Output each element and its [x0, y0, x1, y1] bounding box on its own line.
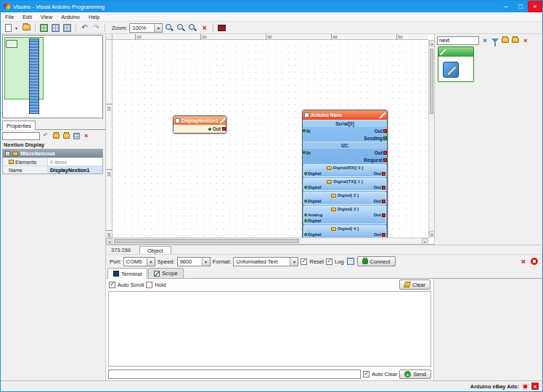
zoom-in-icon[interactable]: [165, 23, 174, 33]
block-tools-icon[interactable]: [220, 118, 226, 123]
channel-output-pin[interactable]: Out: [374, 213, 385, 217]
block-tools-icon[interactable]: [380, 113, 385, 118]
props-categories-icon[interactable]: [52, 131, 60, 140]
collapse-icon[interactable]: -: [5, 151, 10, 156]
vertical-scrollbar[interactable]: ▴ ▾: [428, 40, 434, 237]
search-result-display-nextion[interactable]: [438, 46, 474, 82]
serial-sending-pin[interactable]: Sending: [364, 136, 387, 141]
send-button[interactable]: ▸ Send: [399, 369, 431, 379]
scroll-left-icon[interactable]: ◂: [106, 238, 113, 245]
props-expand-icon[interactable]: ↶: [41, 131, 50, 140]
reset-checkbox[interactable]: ✓: [301, 258, 307, 265]
auto-scroll-checkbox[interactable]: ✓: [109, 282, 115, 288]
panel-close-icon[interactable]: ×: [521, 36, 530, 45]
auto-clear-checkbox[interactable]: ✓: [363, 371, 370, 377]
overview-thumbnail[interactable]: [2, 35, 103, 118]
channel-output-pin[interactable]: Out: [374, 171, 385, 176]
view-log-icon[interactable]: [346, 257, 355, 266]
channel-input-pin[interactable]: Digital: [304, 232, 321, 237]
dropdown-arrow-icon[interactable]: ▾: [147, 258, 155, 266]
expand-categories-icon[interactable]: [501, 36, 510, 45]
channel-output-pin[interactable]: Out: [374, 185, 385, 189]
format-select[interactable]: Unformatted Text ▾: [233, 257, 298, 266]
filter-icon[interactable]: [491, 36, 499, 45]
i2c-in-pin[interactable]: In: [303, 150, 311, 155]
scrollbar-thumb[interactable]: [114, 239, 299, 243]
out-pin-connector-icon[interactable]: [222, 127, 226, 131]
tab-properties[interactable]: Properties: [2, 121, 36, 130]
clear-button[interactable]: Clear: [399, 279, 430, 290]
property-value[interactable]: 0 Items: [48, 158, 102, 166]
tab-terminal[interactable]: Terminal: [107, 268, 147, 279]
new-project-icon[interactable]: [4, 23, 13, 33]
speed-select[interactable]: 9600 ▾: [177, 257, 211, 266]
channel-input-pin[interactable]: Digital: [304, 199, 321, 203]
zoom-select[interactable]: 100% ▾: [129, 23, 163, 33]
menu-arduino[interactable]: Arduino: [57, 14, 84, 20]
scroll-right-icon[interactable]: ▸: [422, 238, 428, 245]
redo-icon[interactable]: ↷: [91, 23, 101, 33]
view-components-icon[interactable]: [51, 23, 60, 33]
close-button[interactable]: ×: [528, 1, 542, 12]
property-value[interactable]: DisplayNextion1: [48, 166, 102, 173]
arduino-nano-block[interactable]: Arduino Nano Serial[0] In Out Sending I2…: [302, 110, 388, 237]
channel-output-pin[interactable]: Out: [374, 199, 385, 203]
open-project-icon[interactable]: [22, 23, 31, 33]
menu-view[interactable]: View: [36, 14, 57, 20]
component-search-input[interactable]: [437, 36, 479, 45]
menu-file[interactable]: File: [1, 14, 18, 20]
ads-close-icon[interactable]: ×: [531, 383, 539, 390]
scrollbar-thumb[interactable]: [430, 49, 433, 114]
log-checkbox[interactable]: ✓: [326, 258, 332, 265]
digital-channel-0[interactable]: Digital(RX)[ 0 ] Digital Out: [303, 164, 386, 177]
props-sort-icon[interactable]: [62, 131, 70, 140]
channel-input-pin[interactable]: Digital: [304, 171, 321, 176]
channel-analog-pin[interactable]: Analog: [304, 213, 322, 217]
hold-checkbox[interactable]: [146, 282, 152, 288]
property-filter-input[interactable]: [2, 132, 40, 140]
channel-input-pin[interactable]: Digital: [304, 185, 321, 189]
connect-button[interactable]: Connect: [357, 256, 396, 266]
menu-edit[interactable]: Edit: [18, 14, 36, 20]
compile-upload-icon[interactable]: [217, 23, 226, 33]
zoom-out-icon[interactable]: [176, 23, 186, 33]
digital-channel-4[interactable]: Digital[ 4 ] Digital Out: [303, 225, 386, 237]
props-settings-icon[interactable]: [72, 131, 81, 140]
props-delete-icon[interactable]: ×: [82, 131, 91, 140]
i2c-out-pin[interactable]: Out: [375, 150, 387, 155]
digital-channel-1[interactable]: Digital(TX)[ 1 ] Digital Out: [303, 178, 386, 191]
serial-out-pin[interactable]: Out: [375, 128, 387, 134]
horizontal-scrollbar[interactable]: ◂ ▸: [106, 237, 428, 244]
dropdown-arrow-icon[interactable]: ▾: [202, 258, 210, 266]
design-canvas[interactable]: DisplayNextion1 Out Arduino Nano Serial: [113, 40, 428, 237]
menu-help[interactable]: Help: [84, 14, 104, 20]
channel-digital-pin[interactable]: Digital: [304, 219, 321, 223]
view-board-icon[interactable]: [39, 23, 49, 33]
tab-object[interactable]: Object: [139, 246, 171, 255]
delete-icon[interactable]: ×: [200, 23, 209, 33]
dropdown-arrow-icon[interactable]: ▾: [154, 24, 162, 32]
digital-channel-2[interactable]: Digital[ 2 ] Digital Out: [303, 192, 386, 205]
digital-channel-3[interactable]: Digital[ 3 ] Analog Out Digital: [303, 205, 386, 224]
new-project-dropdown-icon[interactable]: ▾: [15, 25, 20, 30]
i2c-request-pin[interactable]: Request: [364, 158, 387, 163]
disconnect-icon[interactable]: ×: [519, 257, 528, 266]
dropdown-arrow-icon[interactable]: ▾: [290, 258, 298, 266]
port-select[interactable]: COM5 ▾: [123, 257, 155, 266]
minimize-button[interactable]: –: [499, 1, 513, 12]
channel-output-pin[interactable]: Out: [374, 232, 385, 237]
display-nextion-component-icon[interactable]: [443, 62, 459, 78]
property-row-name[interactable]: Name DisplayNextion1: [3, 166, 102, 173]
property-row-elements[interactable]: Elements 0 Items: [3, 158, 102, 166]
undo-icon[interactable]: ↶: [80, 23, 89, 33]
maximize-button[interactable]: □: [513, 1, 528, 12]
collapse-categories-icon[interactable]: [511, 36, 520, 45]
serial-in-pin[interactable]: In: [303, 128, 311, 134]
property-category-row[interactable]: - Miscellaneous: [3, 150, 102, 158]
stop-icon[interactable]: [530, 257, 539, 266]
zoom-reset-icon[interactable]: [188, 23, 197, 33]
display-nextion-block[interactable]: DisplayNextion1 Out: [173, 115, 226, 134]
send-input[interactable]: [108, 369, 361, 379]
tab-scope[interactable]: Scope: [148, 268, 183, 278]
toggle-grid-icon[interactable]: [62, 23, 72, 33]
